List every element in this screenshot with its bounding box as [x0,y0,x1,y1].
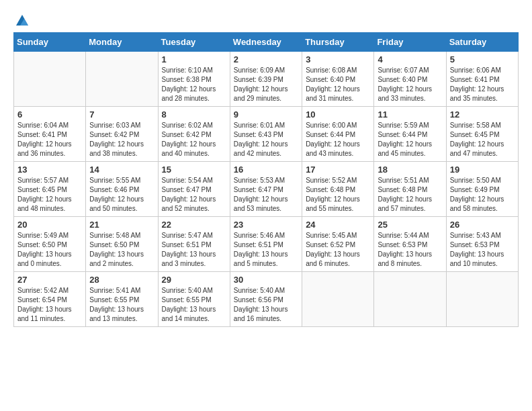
day-info: Sunrise: 5:54 AM Sunset: 6:47 PM Dayligh… [162,176,226,214]
day-number: 21 [89,220,154,230]
logo [13,13,31,26]
calendar-cell: 27Sunrise: 5:42 AM Sunset: 6:54 PM Dayli… [14,272,86,327]
day-number: 18 [378,165,442,175]
day-number: 6 [17,109,82,120]
calendar-week-1: 1Sunrise: 6:10 AM Sunset: 6:38 PM Daylig… [14,52,519,107]
day-number: 10 [306,109,370,120]
day-info: Sunrise: 5:45 AM Sunset: 6:52 PM Dayligh… [306,231,370,269]
calendar-cell: 15Sunrise: 5:54 AM Sunset: 6:47 PM Dayli… [158,162,230,217]
calendar-week-5: 27Sunrise: 5:42 AM Sunset: 6:54 PM Dayli… [14,272,519,327]
day-number: 15 [162,165,226,175]
day-number: 22 [162,220,226,230]
weekday-header-wednesday: Wednesday [230,33,302,52]
calendar-cell [14,52,86,107]
logo-icon [15,13,30,28]
day-number: 9 [234,109,298,120]
calendar-cell [302,272,374,327]
calendar-cell [446,272,518,327]
day-info: Sunrise: 5:41 AM Sunset: 6:55 PM Dayligh… [89,286,154,324]
day-info: Sunrise: 6:10 AM Sunset: 6:38 PM Dayligh… [162,66,226,103]
day-info: Sunrise: 5:55 AM Sunset: 6:46 PM Dayligh… [89,176,154,214]
weekday-header-tuesday: Tuesday [158,33,230,52]
day-number: 1 [162,54,226,64]
day-info: Sunrise: 6:06 AM Sunset: 6:41 PM Dayligh… [450,66,515,103]
calendar-week-4: 20Sunrise: 5:49 AM Sunset: 6:50 PM Dayli… [14,217,519,272]
day-number: 19 [450,165,515,175]
calendar-cell: 17Sunrise: 5:52 AM Sunset: 6:48 PM Dayli… [302,162,374,217]
day-number: 13 [17,165,82,175]
day-info: Sunrise: 5:46 AM Sunset: 6:51 PM Dayligh… [234,231,298,269]
calendar-cell [86,52,158,107]
calendar-cell: 26Sunrise: 5:43 AM Sunset: 6:53 PM Dayli… [446,217,518,272]
day-number: 16 [234,165,298,175]
day-info: Sunrise: 6:00 AM Sunset: 6:44 PM Dayligh… [306,121,370,158]
calendar-cell: 20Sunrise: 5:49 AM Sunset: 6:50 PM Dayli… [14,217,86,272]
calendar-cell: 10Sunrise: 6:00 AM Sunset: 6:44 PM Dayli… [302,107,374,162]
weekday-header-friday: Friday [374,33,446,52]
weekday-header-thursday: Thursday [302,33,374,52]
day-number: 4 [378,54,442,64]
calendar-cell: 12Sunrise: 5:58 AM Sunset: 6:45 PM Dayli… [446,107,518,162]
day-info: Sunrise: 5:47 AM Sunset: 6:51 PM Dayligh… [162,231,226,269]
day-info: Sunrise: 5:44 AM Sunset: 6:53 PM Dayligh… [378,231,442,269]
calendar-header-row: SundayMondayTuesdayWednesdayThursdayFrid… [14,33,519,52]
calendar-cell: 30Sunrise: 5:40 AM Sunset: 6:56 PM Dayli… [230,272,302,327]
calendar-cell: 9Sunrise: 6:01 AM Sunset: 6:43 PM Daylig… [230,107,302,162]
day-number: 27 [17,275,82,285]
calendar-cell: 18Sunrise: 5:51 AM Sunset: 6:48 PM Dayli… [374,162,446,217]
day-info: Sunrise: 5:43 AM Sunset: 6:53 PM Dayligh… [450,231,515,269]
day-number: 17 [306,165,370,175]
day-info: Sunrise: 6:02 AM Sunset: 6:42 PM Dayligh… [162,121,226,158]
weekday-header-saturday: Saturday [446,33,518,52]
calendar-week-2: 6Sunrise: 6:04 AM Sunset: 6:41 PM Daylig… [14,107,519,162]
calendar-cell: 13Sunrise: 5:57 AM Sunset: 6:45 PM Dayli… [14,162,86,217]
day-info: Sunrise: 5:57 AM Sunset: 6:45 PM Dayligh… [17,176,82,214]
day-number: 5 [450,54,515,64]
day-info: Sunrise: 6:09 AM Sunset: 6:39 PM Dayligh… [234,66,298,103]
calendar-cell: 6Sunrise: 6:04 AM Sunset: 6:41 PM Daylig… [14,107,86,162]
day-number: 23 [234,220,298,230]
day-info: Sunrise: 6:07 AM Sunset: 6:40 PM Dayligh… [378,66,442,103]
day-info: Sunrise: 5:53 AM Sunset: 6:47 PM Dayligh… [234,176,298,214]
day-info: Sunrise: 6:01 AM Sunset: 6:43 PM Dayligh… [234,121,298,158]
calendar-cell: 7Sunrise: 6:03 AM Sunset: 6:42 PM Daylig… [86,107,158,162]
day-number: 2 [234,54,298,64]
calendar-cell: 22Sunrise: 5:47 AM Sunset: 6:51 PM Dayli… [158,217,230,272]
day-info: Sunrise: 5:49 AM Sunset: 6:50 PM Dayligh… [17,231,82,269]
calendar-cell: 16Sunrise: 5:53 AM Sunset: 6:47 PM Dayli… [230,162,302,217]
day-number: 26 [450,220,515,230]
day-info: Sunrise: 5:40 AM Sunset: 6:55 PM Dayligh… [162,286,226,324]
day-number: 30 [234,275,298,285]
calendar-cell: 21Sunrise: 5:48 AM Sunset: 6:50 PM Dayli… [86,217,158,272]
calendar-cell: 4Sunrise: 6:07 AM Sunset: 6:40 PM Daylig… [374,52,446,107]
day-number: 14 [89,165,154,175]
calendar-cell: 28Sunrise: 5:41 AM Sunset: 6:55 PM Dayli… [86,272,158,327]
weekday-header-sunday: Sunday [14,33,86,52]
day-info: Sunrise: 6:03 AM Sunset: 6:42 PM Dayligh… [89,121,154,158]
day-info: Sunrise: 6:08 AM Sunset: 6:40 PM Dayligh… [306,66,370,103]
calendar-cell: 2Sunrise: 6:09 AM Sunset: 6:39 PM Daylig… [230,52,302,107]
day-info: Sunrise: 5:52 AM Sunset: 6:48 PM Dayligh… [306,176,370,214]
day-info: Sunrise: 5:40 AM Sunset: 6:56 PM Dayligh… [234,286,298,324]
day-number: 20 [17,220,82,230]
calendar-cell: 5Sunrise: 6:06 AM Sunset: 6:41 PM Daylig… [446,52,518,107]
day-number: 29 [162,275,226,285]
calendar-cell: 24Sunrise: 5:45 AM Sunset: 6:52 PM Dayli… [302,217,374,272]
calendar-cell: 1Sunrise: 6:10 AM Sunset: 6:38 PM Daylig… [158,52,230,107]
day-info: Sunrise: 5:59 AM Sunset: 6:44 PM Dayligh… [378,121,442,158]
day-info: Sunrise: 5:50 AM Sunset: 6:49 PM Dayligh… [450,176,515,214]
calendar-cell [374,272,446,327]
page-header [13,13,519,26]
day-number: 3 [306,54,370,64]
calendar-week-3: 13Sunrise: 5:57 AM Sunset: 6:45 PM Dayli… [14,162,519,217]
calendar-table: SundayMondayTuesdayWednesdayThursdayFrid… [13,32,519,327]
day-info: Sunrise: 5:48 AM Sunset: 6:50 PM Dayligh… [89,231,154,269]
day-info: Sunrise: 5:42 AM Sunset: 6:54 PM Dayligh… [17,286,82,324]
calendar-cell: 14Sunrise: 5:55 AM Sunset: 6:46 PM Dayli… [86,162,158,217]
day-number: 28 [89,275,154,285]
day-number: 12 [450,109,515,120]
day-number: 24 [306,220,370,230]
day-number: 7 [89,109,154,120]
calendar-cell: 11Sunrise: 5:59 AM Sunset: 6:44 PM Dayli… [374,107,446,162]
day-info: Sunrise: 5:51 AM Sunset: 6:48 PM Dayligh… [378,176,442,214]
